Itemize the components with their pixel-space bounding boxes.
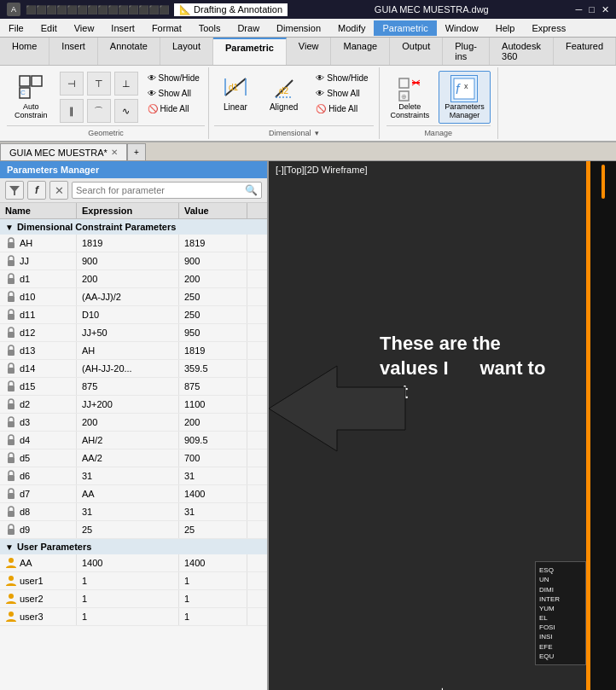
param-expression: D10 <box>77 306 179 323</box>
delete-param-button[interactable]: ✕ <box>49 181 68 200</box>
tab-autodesk360[interactable]: Autodesk 360 <box>490 38 554 65</box>
geo-show-hide-button[interactable]: 👁 Show/Hide <box>142 71 205 85</box>
table-row[interactable]: d4 AH/2 909.5 <box>0 432 267 449</box>
maximize-btn[interactable]: □ <box>589 4 595 15</box>
doc-tab[interactable]: GUIA MEC MUESTRA* ✕ <box>0 143 127 160</box>
menu-modify[interactable]: Modify <box>329 20 374 36</box>
menu-file[interactable]: File <box>0 20 32 36</box>
tab-output[interactable]: Output <box>390 38 443 65</box>
dim-show-all-button[interactable]: 👁 Show All <box>311 86 373 101</box>
constraint-horizontal[interactable]: ⊣ <box>60 72 84 96</box>
section-dimensional[interactable]: ▼ Dimensional Constraint Parameters <box>0 219 267 235</box>
tab-featured[interactable]: Featured <box>554 38 616 65</box>
table-row[interactable]: JJ 900 900 <box>0 252 267 270</box>
table-row[interactable]: AH 1819 1819 <box>0 235 267 252</box>
param-expression: 200 <box>77 270 179 287</box>
menu-dimension[interactable]: Dimension <box>268 20 329 36</box>
window-controls[interactable]: ─ □ ✕ <box>576 4 609 15</box>
menu-express[interactable]: Express <box>523 20 574 36</box>
svg-rect-21 <box>8 242 15 248</box>
tab-plugins[interactable]: Plug-ins <box>443 38 490 65</box>
tab-insert[interactable]: Insert <box>49 38 98 65</box>
lock-icon <box>5 416 17 428</box>
menu-insert[interactable]: Insert <box>102 20 143 36</box>
aligned-button[interactable]: d2 Aligned <box>262 69 305 116</box>
delete-constraints-button[interactable]: ⊕ DeleteConstraints <box>386 71 434 124</box>
dimensional-rows: AH 1819 1819 JJ 900 900 d1 20 <box>0 235 267 539</box>
constraint-parallel[interactable]: ∥ <box>60 99 84 123</box>
table-row[interactable]: d8 31 31 <box>0 503 267 521</box>
menu-help[interactable]: Help <box>487 20 524 36</box>
param-value: 1100 <box>179 396 247 413</box>
search-input[interactable] <box>76 185 245 195</box>
table-row[interactable]: d3 200 200 <box>0 414 267 432</box>
constraint-vertical[interactable]: ⊤ <box>87 72 111 96</box>
menu-window[interactable]: Window <box>437 20 487 36</box>
param-value: 900 <box>179 252 247 270</box>
table-row[interactable]: d2 JJ+200 1100 <box>0 396 267 414</box>
minimize-btn[interactable]: ─ <box>576 4 583 15</box>
dimensional-group: d1 Linear d2 Aligned <box>209 67 380 139</box>
tab-annotate[interactable]: Annotate <box>98 38 160 65</box>
menu-format[interactable]: Format <box>143 20 190 36</box>
table-row[interactable]: d12 JJ+50 950 <box>0 324 267 342</box>
menu-tools[interactable]: Tools <box>190 20 230 36</box>
table-row[interactable]: d9 25 25 <box>0 521 267 539</box>
table-row[interactable]: d1 200 200 <box>0 270 267 288</box>
new-tab-button[interactable]: + <box>127 143 146 160</box>
table-row[interactable]: AA 1400 1400 <box>0 554 267 572</box>
lock-icon <box>5 291 17 303</box>
param-value: 31 <box>179 503 247 520</box>
dim-show-hide-button[interactable]: 👁 Show/Hide <box>311 71 373 85</box>
menu-edit[interactable]: Edit <box>32 20 66 36</box>
dim-hide-all-button[interactable]: 🚫 Hide All <box>311 101 373 116</box>
section-user[interactable]: ▼ User Parameters <box>0 539 267 554</box>
auto-constrain-button[interactable]: C AutoConstrain <box>7 69 55 124</box>
param-expression: 1819 <box>77 235 179 252</box>
table-row[interactable]: d15 875 875 <box>0 378 267 396</box>
table-row[interactable]: d6 31 31 <box>0 467 267 485</box>
parameters-manager-icon: f x <box>450 75 478 102</box>
filter-button[interactable] <box>5 181 24 200</box>
table-row[interactable]: d13 AH 1819 <box>0 342 267 360</box>
user-param-icon <box>5 557 17 569</box>
table-row[interactable]: d10 (AA-JJ)/2 250 <box>0 288 267 306</box>
svg-rect-28 <box>8 368 15 374</box>
tab-home[interactable]: Home <box>0 38 49 65</box>
doc-tab-close[interactable]: ✕ <box>111 148 118 157</box>
close-btn[interactable]: ✕ <box>601 4 609 15</box>
constraint-tangent[interactable]: ⌒ <box>87 99 111 123</box>
table-row[interactable]: user3 1 1 <box>0 608 267 626</box>
file-title: GUIA MEC MUESTRA.dwg <box>375 4 489 14</box>
constraint-perpendicular[interactable]: ⊥ <box>114 72 138 96</box>
search-icon: 🔍 <box>245 184 258 196</box>
lock-icon <box>5 345 17 357</box>
constraint-smooth[interactable]: ∿ <box>114 99 138 123</box>
geo-hide-all-button[interactable]: 🚫 Hide All <box>142 101 205 116</box>
linear-button[interactable]: d1 Linear <box>214 69 257 116</box>
tab-manage[interactable]: Manage <box>331 38 390 65</box>
dimensional-expand-icon[interactable]: ▾ <box>315 129 319 137</box>
table-row[interactable]: user2 1 1 <box>0 590 267 608</box>
svg-rect-0 <box>20 76 30 86</box>
geo-show-all-button[interactable]: 👁 Show All <box>142 86 205 101</box>
lock-icon <box>5 434 17 446</box>
parameters-manager-button[interactable]: f x ParametersManager <box>439 71 491 124</box>
ribbon-content: C AutoConstrain ⊣ ⊤ ⊥ ∥ ⌒ ∿ <box>0 66 616 141</box>
menu-view[interactable]: View <box>66 20 103 36</box>
table-row[interactable]: d5 AA/2 700 <box>0 449 267 467</box>
function-button[interactable]: f <box>27 181 46 200</box>
menu-draw[interactable]: Draw <box>229 20 268 36</box>
table-row[interactable]: d7 AA 1400 <box>0 485 267 503</box>
tab-parametric[interactable]: Parametric <box>213 38 287 65</box>
tab-view[interactable]: View <box>287 38 332 65</box>
tab-layout[interactable]: Layout <box>160 38 213 65</box>
menu-parametric[interactable]: Parametric <box>374 20 436 36</box>
svg-text:d1: d1 <box>229 83 239 92</box>
table-row[interactable]: user1 1 1 <box>0 572 267 590</box>
table-row[interactable]: d14 (AH-JJ-20... 359.5 <box>0 360 267 378</box>
table-row[interactable]: d11 D10 250 <box>0 306 267 324</box>
svg-rect-29 <box>8 386 15 391</box>
svg-rect-25 <box>8 314 15 320</box>
svg-text:C: C <box>20 89 26 96</box>
